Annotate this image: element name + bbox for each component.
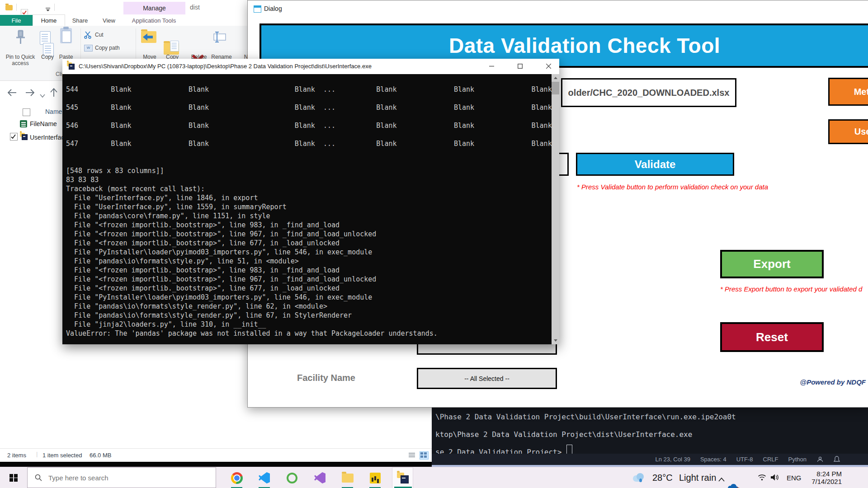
user-button-label: User [854,127,868,137]
copy-to-icon[interactable] [164,43,179,55]
windows-logo-icon [9,474,18,482]
manage-contextual-tab[interactable]: Manage [123,2,185,14]
file-path-value: older/CHC_2020_DOWNLOADED.xlsx [568,88,730,98]
app-file-icon [20,133,28,140]
powered-by-credit: @Powered by NDQF [800,378,866,386]
copy-icon[interactable] [40,29,51,56]
search-icon [35,474,42,481]
show-hidden-icons-chevron[interactable] [718,475,725,483]
row-checkbox-checked[interactable] [10,133,18,141]
qat-dropdown-icon[interactable] [45,5,51,14]
console-table-output: 544 Blank Blank Blank ... Blank Blank Bl… [66,80,552,153]
name-column-header[interactable]: Name [45,108,62,115]
pin-icon[interactable] [13,29,28,47]
statusbar-items: Ln 23, Col 39Spaces: 4UTF-8CRLFPython [656,456,807,463]
file-explorer-icon [342,474,354,483]
weather-description[interactable]: Light rain [679,473,716,483]
maximize-button[interactable] [510,59,530,74]
scrollbar-thumb[interactable] [552,82,559,94]
user-button[interactable]: User [828,119,868,144]
validate-button[interactable]: Validate [576,153,734,176]
paste-icon[interactable] [60,28,72,43]
tab-application-tools[interactable]: Application Tools [123,15,185,26]
taskbar-powerbi[interactable] [364,467,386,488]
terminal-cursor [566,445,572,454]
tab-share[interactable]: Share [65,15,95,26]
wifi-icon[interactable] [758,474,766,483]
divider [54,4,55,11]
recent-locations-chevron-icon[interactable] [40,91,45,99]
taskbar-search[interactable] [27,467,216,488]
facility-name-dropdown[interactable]: -- All Selected -- [417,368,557,389]
cut-button-label[interactable]: Cut [95,32,104,38]
bell-icon[interactable] [834,456,840,463]
terminal-output: \Phase 2 Data Validation Project\build\U… [432,407,868,461]
console-app-icon [67,62,75,70]
taskbar: 28°C Light rain ✕ ● ENG 8:24 PM 7/14/202… [0,467,868,488]
taskbar-console-active[interactable] [392,467,413,488]
folder-icon[interactable] [5,5,13,10]
move-to-icon[interactable] [141,31,156,43]
console-app-icon [397,473,409,483]
details-view-toggle[interactable] [408,451,417,460]
export-button-label: Export [753,257,790,271]
copy-path-button-label[interactable]: Copy path [95,45,120,51]
large-icons-view-toggle[interactable] [420,451,429,460]
weather-icon[interactable] [632,473,647,483]
methods-button-label: Meth [854,87,868,97]
language-indicator[interactable]: ENG [787,474,802,482]
cut-icon[interactable] [84,31,92,41]
taskbar-file-explorer[interactable] [337,467,358,488]
scroll-up-icon[interactable] [552,74,559,82]
powerbi-icon [370,473,381,483]
file-path-field[interactable]: older/CHC_2020_DOWNLOADED.xlsx [561,78,736,107]
search-input[interactable] [47,474,176,482]
validate-note: * Press Validate button to perform valid… [577,183,768,191]
export-button[interactable]: Export [720,250,824,278]
close-button[interactable] [538,59,559,74]
vscode-terminal[interactable]: \Phase 2 Data Validation Project\build\U… [432,407,868,454]
taskbar-ring-app[interactable] [281,467,302,488]
explorer-statusbar: 2 items | 1 item selected 66.0 MB [0,448,432,462]
pin-to-quick-access-label[interactable]: Pin to Quickaccess [4,54,37,66]
console-title: C:\Users\Shivani\Dropbox\My PC (10873-la… [79,63,476,70]
reset-button[interactable]: Reset [720,322,824,352]
minimize-button[interactable] [481,59,502,74]
ring-app-icon [287,473,297,483]
taskbar-vscode[interactable] [254,467,275,488]
forward-button[interactable] [25,89,35,99]
selection-size: 66.0 MB [90,452,111,459]
screen: Manage dist FileHomeShareViewApplication… [0,0,868,488]
vscode-statusbar: Ln 23, Col 39Spaces: 4UTF-8CRLFPython [432,454,868,465]
onedrive-icon[interactable]: ✕ [727,483,739,488]
rename-icon[interactable] [213,30,228,46]
dialog-banner-title: Data Validation Check Tool [449,33,720,58]
feedback-icon[interactable] [816,456,824,463]
taskbar-clock[interactable]: 8:24 PM 7/14/2021 [807,470,842,485]
console-traceback-output: [548 rows x 83 columns]]83 83 83Tracebac… [66,166,438,338]
methods-button[interactable]: Meth [828,78,868,106]
up-button[interactable] [50,88,58,99]
speaker-icon[interactable] [770,474,780,483]
weather-temperature[interactable]: 28°C [652,473,673,483]
items-count: 2 items [7,452,26,459]
dialog-window-icon [254,5,261,13]
divider: | [36,450,38,457]
select-all-checkbox[interactable] [23,108,30,116]
tab-home[interactable]: Home [33,14,65,26]
taskbar-visual-studio[interactable] [309,467,330,488]
start-button[interactable] [0,467,27,488]
reset-button-label: Reset [756,330,788,344]
taskbar-chrome[interactable] [226,467,247,488]
excel-file-icon [20,120,27,127]
back-button[interactable] [7,89,17,99]
console-titlebar[interactable]: C:\Users\Shivani\Dropbox\My PC (10873-la… [62,59,559,75]
facility-name-label: Facility Name [297,373,355,383]
tab-view[interactable]: View [95,15,123,26]
copy-path-icon[interactable]: W [84,45,93,52]
tab-file[interactable]: File [0,15,33,26]
scroll-down-icon[interactable] [552,337,559,344]
console-scrollbar[interactable] [552,74,559,344]
chrome-icon [231,472,243,484]
export-note: * Press Export button to export your val… [720,285,862,293]
